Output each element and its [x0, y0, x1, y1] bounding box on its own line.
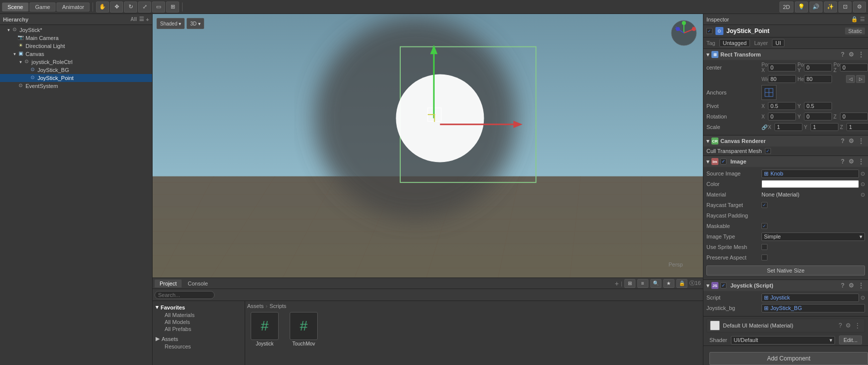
shading-dropdown[interactable]: Shaded ▾: [157, 18, 185, 29]
anchor-icon[interactable]: [761, 85, 776, 100]
cr-info-btn[interactable]: ?: [840, 138, 845, 144]
script-touchmov[interactable]: # TouchMov: [286, 312, 321, 346]
preserve-aspect-checkbox[interactable]: [761, 254, 767, 260]
pos-y-input[interactable]: [804, 64, 832, 72]
pivot-x-input[interactable]: [768, 102, 796, 110]
breadcrumb-scripts[interactable]: Scripts: [270, 303, 287, 309]
material-link[interactable]: ⊙: [860, 192, 865, 198]
pivot-y-input[interactable]: [804, 102, 832, 110]
js-more-btn[interactable]: ⋮: [857, 282, 865, 289]
rot-x-input[interactable]: [768, 112, 796, 120]
layer-value[interactable]: UI: [772, 39, 784, 47]
js-info-btn[interactable]: ?: [840, 282, 845, 289]
btn-light[interactable]: 💡: [795, 2, 808, 12]
assets-header[interactable]: ▶ Assets: [155, 334, 243, 343]
hier-item-canvas[interactable]: ▾ ▣ Canvas: [0, 50, 152, 58]
resources-item[interactable]: Resources: [155, 343, 243, 350]
tool-combined[interactable]: ⊞: [166, 2, 179, 12]
use-sprite-checkbox[interactable]: [761, 244, 767, 250]
hier-item-point[interactable]: ⊙ JoyStick_Point: [0, 74, 152, 82]
edit-shader-btn[interactable]: Edit...: [839, 336, 862, 344]
scale-z-input[interactable]: [846, 123, 868, 131]
btn-overlay[interactable]: ⊡: [838, 2, 851, 12]
favorites-header[interactable]: ▾ Favorites: [155, 303, 243, 312]
img-more-btn[interactable]: ⋮: [857, 158, 865, 165]
height-input[interactable]: [804, 75, 832, 83]
hier-item-camera[interactable]: 📷 Main Camera: [0, 34, 152, 42]
maskable-checkbox[interactable]: ✓: [761, 223, 767, 229]
tool-scale[interactable]: ⤢: [138, 2, 151, 12]
all-materials[interactable]: All Materials: [155, 312, 243, 318]
script-ref-value[interactable]: ⊞ Joystick: [761, 294, 859, 302]
joystick-bg-value[interactable]: ⊞ JoyStick_BG: [761, 304, 865, 312]
hier-item-joystick[interactable]: ▾ ⊙ JoyStick*: [0, 26, 152, 34]
hier-item-event[interactable]: ⊙ EventSystem: [0, 82, 152, 90]
bottom-add-icon[interactable]: +: [615, 280, 619, 288]
rot-y-input[interactable]: [804, 112, 832, 120]
image-enabled[interactable]: ✓: [720, 158, 726, 164]
inspector-lock-icon[interactable]: 🔒: [851, 16, 858, 22]
btn-audio[interactable]: 🔊: [809, 2, 822, 12]
mat-more-btn[interactable]: ⋮: [853, 322, 861, 329]
scene-view[interactable]: Shaded ▾ 3D ▾ Persp Y: [153, 14, 703, 278]
script-ref-link[interactable]: ⊙: [860, 294, 865, 301]
source-image-link[interactable]: ⊙: [860, 170, 865, 177]
rect-transform-header[interactable]: ▾ ⊞ Rect Transform ? ⚙ ⋮: [703, 49, 868, 60]
image-type-dropdown[interactable]: Simple ▾: [761, 232, 865, 241]
add-component-btn[interactable]: Add Component: [709, 352, 868, 365]
bottom-icon-3[interactable]: 🔍: [650, 279, 661, 288]
bottom-icon-2[interactable]: ≡: [637, 279, 648, 288]
joystick-script-header[interactable]: ▾ JS ✓ Joystick (Script) ? ⚙ ⋮: [703, 280, 868, 291]
btn-effect[interactable]: ✨: [824, 2, 837, 12]
set-native-size-btn[interactable]: Set Native Size: [706, 266, 865, 276]
rect-info-btn[interactable]: ?: [840, 51, 845, 58]
bottom-icon-1[interactable]: ⊞: [624, 279, 635, 288]
scale-x-input[interactable]: [774, 123, 802, 131]
script-joystick[interactable]: # Joystick: [247, 312, 282, 346]
cull-checkbox[interactable]: ✓: [765, 148, 771, 154]
img-settings-btn[interactable]: ⚙: [847, 158, 855, 165]
tab-scene[interactable]: Scene: [2, 2, 29, 12]
tool-rect[interactable]: ▭: [152, 2, 165, 12]
bottom-icon-4[interactable]: ★: [663, 279, 674, 288]
static-badge[interactable]: Static: [845, 28, 865, 34]
wh-btn1[interactable]: ◁: [846, 75, 855, 83]
rect-more-btn[interactable]: ⋮: [857, 51, 865, 58]
tab-project[interactable]: Project: [155, 280, 182, 288]
shader-dropdown[interactable]: UI/Default ▾: [731, 336, 834, 344]
all-prefabs[interactable]: All Prefabs: [155, 326, 243, 332]
source-image-value[interactable]: ⊞ Knob: [761, 170, 859, 178]
object-name[interactable]: JoyStick_Point: [726, 28, 842, 34]
all-models[interactable]: All Models: [155, 318, 243, 326]
view-dropdown[interactable]: 3D ▾: [187, 18, 204, 29]
btn-gizmo[interactable]: ⚙: [853, 2, 866, 12]
color-link[interactable]: ⊙: [860, 181, 865, 188]
rot-z-input[interactable]: [840, 112, 868, 120]
inspector-menu-icon[interactable]: ☰: [860, 16, 865, 22]
wh-btn2[interactable]: ▷: [856, 75, 865, 83]
joystick-enabled[interactable]: ✓: [720, 282, 726, 288]
breadcrumb-assets[interactable]: Assets: [247, 303, 264, 309]
pos-x-input[interactable]: [768, 64, 796, 72]
cr-settings-btn[interactable]: ⚙: [847, 138, 855, 144]
color-swatch[interactable]: [761, 180, 859, 188]
hier-item-rolectrl[interactable]: ▾ ⊙ joystick_RoleCtrl: [0, 58, 152, 66]
bottom-icon-5[interactable]: 🔒: [676, 279, 687, 288]
pos-z-input[interactable]: [840, 64, 868, 72]
search-input[interactable]: [155, 291, 215, 299]
tool-rotate[interactable]: ↻: [124, 2, 137, 12]
tool-move[interactable]: ✥: [110, 2, 123, 12]
js-settings-btn[interactable]: ⚙: [847, 282, 855, 289]
mat-settings-btn[interactable]: ⚙: [844, 322, 852, 329]
hierarchy-menu-icon[interactable]: ☰: [139, 16, 144, 22]
object-enabled-checkbox[interactable]: ✓: [706, 28, 712, 34]
material-value[interactable]: None (Material): [761, 192, 859, 198]
btn-2d[interactable]: 2D: [779, 2, 793, 12]
hier-item-light[interactable]: ☀ Directional Light: [0, 42, 152, 50]
canvas-renderer-header[interactable]: ▾ CR Canvas Renderer ? ⚙ ⋮: [703, 136, 868, 146]
image-header[interactable]: ▾ Im ✓ Image ? ⚙ ⋮: [703, 156, 868, 167]
mat-info-btn[interactable]: ?: [837, 322, 843, 329]
width-input[interactable]: [768, 75, 796, 83]
tag-value[interactable]: Untagged: [719, 39, 750, 47]
cr-more-btn[interactable]: ⋮: [857, 138, 865, 144]
